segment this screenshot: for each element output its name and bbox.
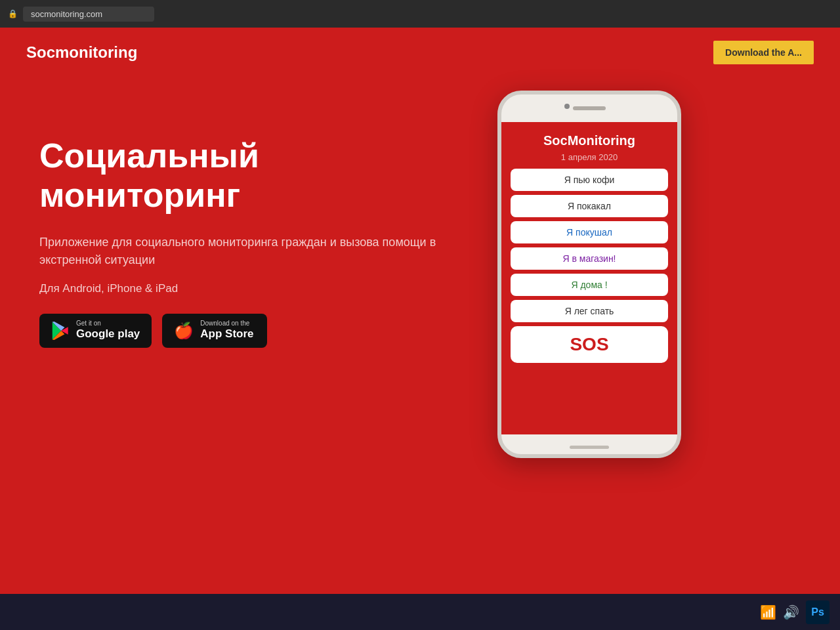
google-play-small: Get it on [76,320,101,327]
phone-btn-ate[interactable]: Я покушал [511,221,668,243]
phone-btn-home[interactable]: Я дома ! [511,274,668,296]
phone-mockup: SocMonitoring 1 апреля 2020 Я пью кофи Я… [497,91,681,458]
phone-app-title: SocMonitoring [543,133,635,148]
hero-title: Социальный мониторинг [39,136,458,215]
url-bar[interactable]: socmonitoring.com [23,7,154,22]
phone-speaker [573,106,606,110]
taskbar: 📶 🔊 Ps [0,594,840,630]
google-play-large: Google play [76,327,140,341]
hero-section: Социальный мониторинг Приложение для соц… [0,77,840,471]
wifi-icon: 📶 [760,604,776,620]
store-buttons: Get it on Google play 🍎 Download on the … [39,314,458,348]
google-play-text: Get it on Google play [76,320,140,341]
sound-icon: 🔊 [783,604,799,620]
google-play-icon [51,322,70,340]
hero-description: Приложение для социального мониторинга г… [39,234,458,269]
photoshop-icon[interactable]: Ps [806,600,830,624]
app-store-large: App Store [200,327,253,341]
browser-chrome: 🔒 socmonitoring.com [0,0,840,28]
main-page: Socmonitoring Download the A... Социальн… [0,28,840,594]
hero-platforms: Для Android, iPhone & iPad [39,282,458,295]
navbar: Socmonitoring Download the A... [0,28,840,77]
phone-btn-shop[interactable]: Я в магазин! [511,247,668,270]
phone-btn-sos[interactable]: SOS [511,326,668,363]
brand-name: Socmonitoring [26,43,137,62]
phone-btn-sleep[interactable]: Я лег спать [511,300,668,322]
google-play-button[interactable]: Get it on Google play [39,314,152,348]
hero-text: Социальный мониторинг Приложение для соц… [39,97,458,348]
apple-icon: 🍎 [174,322,194,340]
lock-icon: 🔒 [8,9,18,18]
phone-camera [564,104,570,109]
phone-app-date: 1 апреля 2020 [561,152,618,162]
phone-screen: SocMonitoring 1 апреля 2020 Я пью кофи Я… [501,122,677,434]
phone-container: SocMonitoring 1 апреля 2020 Я пью кофи Я… [484,91,694,458]
app-store-text: Download on the App Store [200,320,253,341]
download-app-button[interactable]: Download the A... [713,41,814,64]
app-store-button[interactable]: 🍎 Download on the App Store [162,314,267,348]
phone-btn-coffee[interactable]: Я пью кофи [511,169,668,191]
app-store-small: Download on the [200,320,249,327]
phone-btn-toilet[interactable]: Я покакал [511,195,668,217]
phone-home-bar [570,446,609,449]
